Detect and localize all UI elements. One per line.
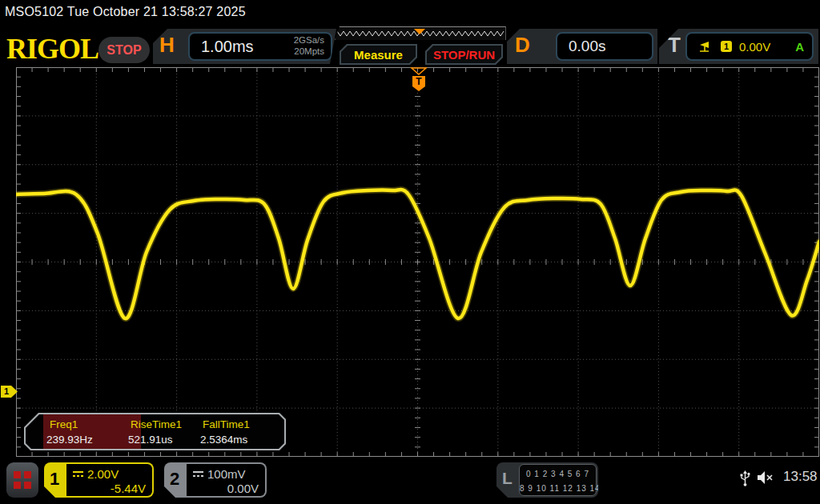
- trigger-position-marker[interactable]: T: [409, 67, 429, 93]
- logic-analyzer-box[interactable]: L 0 1 2 3 4 5 6 7 8 9 10 11 12 13 14 15: [496, 462, 598, 498]
- measurement-value: 521.91us: [128, 434, 173, 446]
- horizontal-label: H: [159, 33, 175, 58]
- measurement-panel[interactable]: Freq1 RiseTime1 FallTime1 239.93Hz 521.9…: [24, 413, 286, 450]
- digital-channels: 0 1 2 3 4 5 6 7 8 9 10 11 12 13 14 15: [519, 464, 597, 496]
- usb-icon: [738, 470, 752, 487]
- timebase-panel[interactable]: 1.00ms 2GSa/s 20Mpts: [188, 32, 332, 61]
- trigger-label: T: [668, 33, 681, 58]
- delay-value: 0.00s: [557, 38, 605, 55]
- measurement-name[interactable]: FallTime1: [203, 418, 250, 430]
- rigol-logo: RIGOL: [6, 32, 98, 66]
- oscilloscope-screen: MSO5102 Tue October 21 13:58:27 2025 RIG…: [0, 0, 820, 504]
- stop-run-button-label: STOP/RUN: [427, 46, 501, 63]
- measure-button-label: Measure: [341, 46, 416, 63]
- timebase-value: 1.00ms: [190, 38, 294, 56]
- trigger-source-badge: 1: [721, 41, 732, 52]
- trigger-info-panel[interactable]: 1 0.00V A: [685, 32, 814, 61]
- svg-text:T: T: [416, 76, 422, 87]
- trigger-level: 0.00V: [739, 40, 795, 54]
- channel2-offset: 0.00V: [227, 482, 259, 495]
- horizontal-panel[interactable]: H 1.00ms 2GSa/s 20Mpts: [153, 29, 336, 64]
- delay-panel[interactable]: D 0.00s: [507, 29, 657, 64]
- digital-channels-row1: 0 1 2 3 4 5 6 7: [520, 467, 596, 482]
- trigger-panel[interactable]: T 1 0.00V A: [659, 29, 818, 64]
- channel2-box[interactable]: 2 100mV 0.00V: [164, 462, 267, 498]
- menu-grid-icon: [14, 471, 31, 489]
- delay-value-panel[interactable]: 0.00s: [556, 32, 653, 61]
- waveform-display: [16, 67, 819, 457]
- dc-coupling-icon: [72, 470, 84, 478]
- delay-label: D: [515, 33, 530, 58]
- dc-coupling-icon: [192, 470, 204, 478]
- measure-button[interactable]: Measure: [340, 44, 417, 65]
- edge-trigger-icon: [698, 41, 711, 53]
- ch1-position-marker[interactable]: 1: [1, 386, 18, 398]
- channel1-scale: 2.00V: [87, 467, 119, 481]
- channel2-info: 100mV 0.00V: [187, 464, 265, 496]
- channel1-box[interactable]: 1 2.00V -5.44V: [44, 462, 154, 498]
- clock: 13:58: [783, 469, 818, 485]
- memory-depth: 20Mpts: [294, 46, 324, 58]
- model-and-datetime: MSO5102 Tue October 21 13:58:27 2025: [5, 5, 246, 19]
- measurement-value: 239.93Hz: [46, 434, 93, 446]
- overview-zigzag: [336, 27, 505, 40]
- channel2-scale: 100mV: [207, 467, 246, 481]
- channel1-number: 1: [50, 469, 59, 490]
- measurement-value: 2.5364ms: [200, 434, 247, 446]
- run-state-badge[interactable]: STOP: [98, 37, 150, 63]
- measurement-name[interactable]: RiseTime1: [131, 418, 182, 430]
- graticule: [16, 67, 819, 457]
- channel2-number: 2: [170, 469, 179, 490]
- digital-channels-row2: 8 9 10 11 12 13 14 15: [520, 482, 596, 496]
- acquisition-info: 2GSa/s 20Mpts: [294, 35, 331, 58]
- stop-run-button[interactable]: STOP/RUN: [425, 44, 503, 65]
- waveform-overview-strip[interactable]: [335, 26, 506, 40]
- function-navigation-button[interactable]: [6, 462, 38, 498]
- measurement-name[interactable]: Freq1: [50, 418, 78, 430]
- speaker-muted-icon[interactable]: [756, 470, 777, 486]
- channel1-offset: -5.44V: [111, 482, 146, 495]
- measurement-panel-inner: Freq1 RiseTime1 FallTime1 239.93Hz 521.9…: [26, 414, 284, 449]
- logic-analyzer-label: L: [502, 469, 512, 488]
- channel1-info: 2.00V -5.44V: [66, 464, 152, 496]
- trigger-mode: A: [795, 40, 804, 54]
- sample-rate: 2GSa/s: [294, 35, 324, 46]
